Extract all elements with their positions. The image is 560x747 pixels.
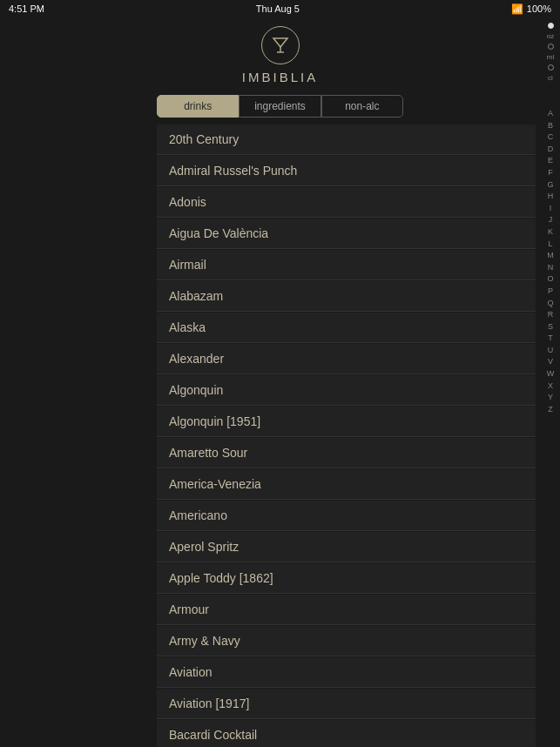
alpha-letter-k[interactable]: K <box>543 226 558 238</box>
wifi-icon: 📶 <box>511 3 523 15</box>
status-right: 📶 100% <box>511 3 551 15</box>
status-bar: 4:51 PM Thu Aug 5 📶 100% <box>0 0 560 17</box>
units-selector[interactable]: ozmlcl <box>541 19 560 86</box>
app-title: IMBIBLIA <box>242 70 318 84</box>
list-item[interactable]: Alexander <box>157 344 536 374</box>
alpha-letter-s[interactable]: S <box>543 321 558 333</box>
list-item[interactable]: Adonis <box>157 187 536 218</box>
list-item[interactable]: Airmail <box>157 250 536 280</box>
alpha-letter-u[interactable]: U <box>543 345 558 356</box>
unit-label-oz[interactable]: oz <box>547 31 554 41</box>
battery-text: 100% <box>527 3 551 14</box>
alpha-letter-d[interactable]: D <box>543 144 558 155</box>
unit-label-cl[interactable]: cl <box>548 73 553 83</box>
alpha-letter-f[interactable]: F <box>543 167 558 178</box>
list-item[interactable]: Armour <box>157 595 536 625</box>
list-item[interactable]: Apple Toddy [1862] <box>157 563 536 594</box>
drink-list[interactable]: 20th CenturyAdmiral Russel's PunchAdonis… <box>157 124 560 747</box>
list-item[interactable]: Admiral Russel's Punch <box>157 156 536 186</box>
alpha-letter-y[interactable]: Y <box>543 392 558 403</box>
unit-dot-cl[interactable] <box>548 64 554 71</box>
status-day: Thu Aug 5 <box>256 3 300 14</box>
alpha-letter-e[interactable]: E <box>543 155 558 166</box>
main-area: 20th CenturyAdmiral Russel's PunchAdonis… <box>0 124 560 747</box>
alpha-letter-x[interactable]: X <box>543 380 558 392</box>
alpha-letter-a[interactable]: A <box>543 108 558 119</box>
alpha-letter-p[interactable]: P <box>543 286 558 297</box>
alpha-letter-q[interactable]: Q <box>543 298 558 309</box>
alpha-letter-b[interactable]: B <box>543 120 558 131</box>
alpha-letter-g[interactable]: G <box>543 179 558 191</box>
alpha-letter-r[interactable]: R <box>543 309 558 320</box>
tab-ingredients[interactable]: ingredients <box>239 95 320 118</box>
list-item[interactable]: Bacardi Cocktail <box>157 720 536 747</box>
list-item[interactable]: Army & Navy <box>157 626 536 656</box>
alpha-letter-o[interactable]: O <box>543 273 558 285</box>
alpha-letter-h[interactable]: H <box>543 191 558 202</box>
alpha-letter-l[interactable]: L <box>543 239 558 250</box>
list-item[interactable]: Alaska <box>157 313 536 343</box>
alpha-letter-c[interactable]: C <box>543 131 558 143</box>
list-item[interactable]: Aviation [1917] <box>157 689 536 719</box>
logo-circle <box>261 26 300 64</box>
list-item[interactable]: Alabazam <box>157 281 536 312</box>
tab-bar: drinks ingredients non-alc <box>157 95 403 118</box>
tab-non-alc[interactable]: non-alc <box>321 95 403 118</box>
alpha-letter-m[interactable]: M <box>543 250 558 261</box>
list-item[interactable]: Algonquin <box>157 375 536 406</box>
list-item[interactable]: Americano <box>157 501 536 531</box>
unit-label-ml[interactable]: ml <box>547 52 554 62</box>
alpha-letter-t[interactable]: T <box>543 333 558 344</box>
status-time: 4:51 PM <box>9 3 44 14</box>
alpha-letter-z[interactable]: Z <box>543 404 558 415</box>
tab-drinks[interactable]: drinks <box>157 95 239 118</box>
alpha-letter-n[interactable]: N <box>543 262 558 273</box>
cocktail-icon <box>270 35 291 56</box>
list-item[interactable]: America-Venezia <box>157 469 536 500</box>
alpha-index: ABCDEFGHIJKLMNOPQRSTUVWXYZ <box>541 104 560 747</box>
list-item[interactable]: Aviation <box>157 657 536 688</box>
list-item[interactable]: Algonquin [1951] <box>157 407 536 437</box>
alpha-letter-i[interactable]: I <box>543 203 558 214</box>
alpha-letter-w[interactable]: W <box>543 368 558 380</box>
list-item[interactable]: Amaretto Sour <box>157 438 536 468</box>
unit-dot-ml[interactable] <box>548 44 554 50</box>
list-item[interactable]: Aperol Spritz <box>157 532 536 562</box>
list-item[interactable]: Aigua De València <box>157 219 536 249</box>
svg-marker-0 <box>273 38 287 47</box>
header: IMBIBLIA <box>0 17 560 95</box>
alpha-letter-v[interactable]: V <box>543 356 558 367</box>
list-item[interactable]: 20th Century <box>157 124 536 155</box>
alpha-letter-j[interactable]: J <box>543 214 558 225</box>
unit-dot-oz[interactable] <box>548 23 554 29</box>
